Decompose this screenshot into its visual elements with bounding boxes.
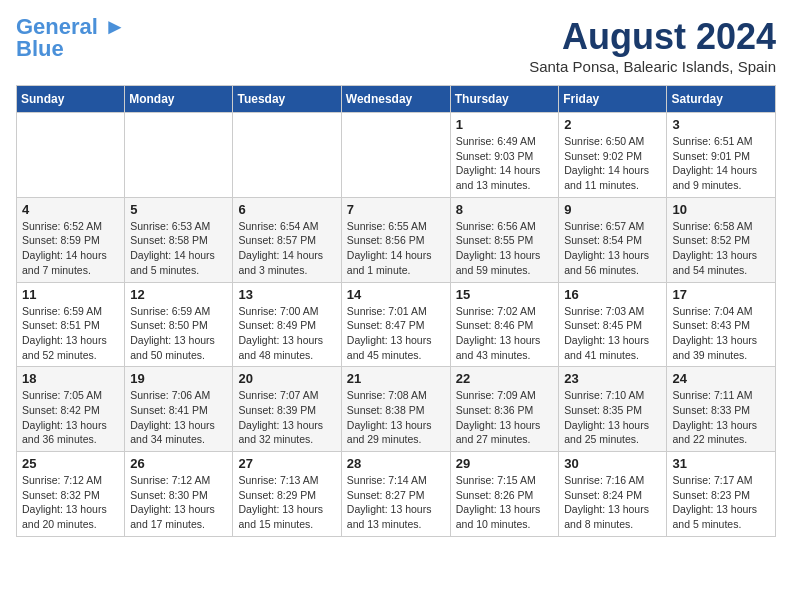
calendar-cell: 30Sunrise: 7:16 AMSunset: 8:24 PMDayligh… (559, 452, 667, 537)
weekday-header: Saturday (667, 86, 776, 113)
weekday-header: Monday (125, 86, 233, 113)
weekday-header: Wednesday (341, 86, 450, 113)
calendar-cell: 29Sunrise: 7:15 AMSunset: 8:26 PMDayligh… (450, 452, 559, 537)
day-info: Sunrise: 7:13 AMSunset: 8:29 PMDaylight:… (238, 473, 335, 532)
calendar-cell: 14Sunrise: 7:01 AMSunset: 8:47 PMDayligh… (341, 282, 450, 367)
day-number: 11 (22, 287, 119, 302)
day-info: Sunrise: 7:16 AMSunset: 8:24 PMDaylight:… (564, 473, 661, 532)
calendar-cell: 19Sunrise: 7:06 AMSunset: 8:41 PMDayligh… (125, 367, 233, 452)
day-number: 23 (564, 371, 661, 386)
calendar-cell: 3Sunrise: 6:51 AMSunset: 9:01 PMDaylight… (667, 113, 776, 198)
calendar-cell: 17Sunrise: 7:04 AMSunset: 8:43 PMDayligh… (667, 282, 776, 367)
day-number: 20 (238, 371, 335, 386)
day-info: Sunrise: 6:51 AMSunset: 9:01 PMDaylight:… (672, 134, 770, 193)
day-info: Sunrise: 6:56 AMSunset: 8:55 PMDaylight:… (456, 219, 554, 278)
day-number: 18 (22, 371, 119, 386)
weekday-header-row: SundayMondayTuesdayWednesdayThursdayFrid… (17, 86, 776, 113)
calendar-cell: 18Sunrise: 7:05 AMSunset: 8:42 PMDayligh… (17, 367, 125, 452)
day-number: 24 (672, 371, 770, 386)
day-info: Sunrise: 7:17 AMSunset: 8:23 PMDaylight:… (672, 473, 770, 532)
calendar-cell: 25Sunrise: 7:12 AMSunset: 8:32 PMDayligh… (17, 452, 125, 537)
day-number: 21 (347, 371, 445, 386)
calendar-cell: 15Sunrise: 7:02 AMSunset: 8:46 PMDayligh… (450, 282, 559, 367)
day-number: 10 (672, 202, 770, 217)
day-number: 7 (347, 202, 445, 217)
day-number: 6 (238, 202, 335, 217)
day-info: Sunrise: 7:03 AMSunset: 8:45 PMDaylight:… (564, 304, 661, 363)
calendar-cell: 24Sunrise: 7:11 AMSunset: 8:33 PMDayligh… (667, 367, 776, 452)
day-info: Sunrise: 6:54 AMSunset: 8:57 PMDaylight:… (238, 219, 335, 278)
day-number: 5 (130, 202, 227, 217)
calendar-cell (17, 113, 125, 198)
day-info: Sunrise: 7:15 AMSunset: 8:26 PMDaylight:… (456, 473, 554, 532)
day-number: 3 (672, 117, 770, 132)
day-number: 8 (456, 202, 554, 217)
calendar-cell: 7Sunrise: 6:55 AMSunset: 8:56 PMDaylight… (341, 197, 450, 282)
day-number: 12 (130, 287, 227, 302)
day-info: Sunrise: 7:02 AMSunset: 8:46 PMDaylight:… (456, 304, 554, 363)
day-info: Sunrise: 6:49 AMSunset: 9:03 PMDaylight:… (456, 134, 554, 193)
calendar-cell: 27Sunrise: 7:13 AMSunset: 8:29 PMDayligh… (233, 452, 341, 537)
day-info: Sunrise: 7:01 AMSunset: 8:47 PMDaylight:… (347, 304, 445, 363)
calendar-cell (341, 113, 450, 198)
day-number: 27 (238, 456, 335, 471)
calendar-cell: 21Sunrise: 7:08 AMSunset: 8:38 PMDayligh… (341, 367, 450, 452)
day-info: Sunrise: 7:04 AMSunset: 8:43 PMDaylight:… (672, 304, 770, 363)
calendar-week-row: 25Sunrise: 7:12 AMSunset: 8:32 PMDayligh… (17, 452, 776, 537)
calendar-week-row: 4Sunrise: 6:52 AMSunset: 8:59 PMDaylight… (17, 197, 776, 282)
day-info: Sunrise: 6:57 AMSunset: 8:54 PMDaylight:… (564, 219, 661, 278)
day-number: 1 (456, 117, 554, 132)
day-number: 28 (347, 456, 445, 471)
calendar-cell: 23Sunrise: 7:10 AMSunset: 8:35 PMDayligh… (559, 367, 667, 452)
subtitle: Santa Ponsa, Balearic Islands, Spain (529, 58, 776, 75)
day-number: 26 (130, 456, 227, 471)
day-number: 22 (456, 371, 554, 386)
calendar-week-row: 1Sunrise: 6:49 AMSunset: 9:03 PMDaylight… (17, 113, 776, 198)
day-number: 19 (130, 371, 227, 386)
day-number: 14 (347, 287, 445, 302)
calendar-week-row: 11Sunrise: 6:59 AMSunset: 8:51 PMDayligh… (17, 282, 776, 367)
calendar-cell: 22Sunrise: 7:09 AMSunset: 8:36 PMDayligh… (450, 367, 559, 452)
calendar-cell: 4Sunrise: 6:52 AMSunset: 8:59 PMDaylight… (17, 197, 125, 282)
day-info: Sunrise: 7:07 AMSunset: 8:39 PMDaylight:… (238, 388, 335, 447)
day-number: 4 (22, 202, 119, 217)
calendar-cell (125, 113, 233, 198)
logo: General ► Blue (16, 16, 126, 60)
calendar-cell: 12Sunrise: 6:59 AMSunset: 8:50 PMDayligh… (125, 282, 233, 367)
day-info: Sunrise: 7:11 AMSunset: 8:33 PMDaylight:… (672, 388, 770, 447)
weekday-header: Friday (559, 86, 667, 113)
calendar-cell: 13Sunrise: 7:00 AMSunset: 8:49 PMDayligh… (233, 282, 341, 367)
month-title: August 2024 (529, 16, 776, 58)
day-info: Sunrise: 7:14 AMSunset: 8:27 PMDaylight:… (347, 473, 445, 532)
calendar-week-row: 18Sunrise: 7:05 AMSunset: 8:42 PMDayligh… (17, 367, 776, 452)
day-info: Sunrise: 6:55 AMSunset: 8:56 PMDaylight:… (347, 219, 445, 278)
day-info: Sunrise: 6:52 AMSunset: 8:59 PMDaylight:… (22, 219, 119, 278)
day-number: 15 (456, 287, 554, 302)
day-info: Sunrise: 6:50 AMSunset: 9:02 PMDaylight:… (564, 134, 661, 193)
day-number: 29 (456, 456, 554, 471)
day-number: 9 (564, 202, 661, 217)
day-info: Sunrise: 7:06 AMSunset: 8:41 PMDaylight:… (130, 388, 227, 447)
calendar-cell: 10Sunrise: 6:58 AMSunset: 8:52 PMDayligh… (667, 197, 776, 282)
day-info: Sunrise: 7:08 AMSunset: 8:38 PMDaylight:… (347, 388, 445, 447)
calendar-cell: 2Sunrise: 6:50 AMSunset: 9:02 PMDaylight… (559, 113, 667, 198)
day-info: Sunrise: 7:12 AMSunset: 8:30 PMDaylight:… (130, 473, 227, 532)
day-info: Sunrise: 6:59 AMSunset: 8:51 PMDaylight:… (22, 304, 119, 363)
day-number: 16 (564, 287, 661, 302)
day-number: 30 (564, 456, 661, 471)
day-info: Sunrise: 7:09 AMSunset: 8:36 PMDaylight:… (456, 388, 554, 447)
day-number: 17 (672, 287, 770, 302)
title-area: August 2024 Santa Ponsa, Balearic Island… (529, 16, 776, 75)
day-info: Sunrise: 7:05 AMSunset: 8:42 PMDaylight:… (22, 388, 119, 447)
day-info: Sunrise: 6:59 AMSunset: 8:50 PMDaylight:… (130, 304, 227, 363)
calendar-cell: 28Sunrise: 7:14 AMSunset: 8:27 PMDayligh… (341, 452, 450, 537)
logo-text: General ► (16, 16, 126, 38)
header: General ► Blue August 2024 Santa Ponsa, … (16, 16, 776, 75)
calendar-table: SundayMondayTuesdayWednesdayThursdayFrid… (16, 85, 776, 537)
weekday-header: Tuesday (233, 86, 341, 113)
day-info: Sunrise: 7:10 AMSunset: 8:35 PMDaylight:… (564, 388, 661, 447)
calendar-cell (233, 113, 341, 198)
calendar-cell: 11Sunrise: 6:59 AMSunset: 8:51 PMDayligh… (17, 282, 125, 367)
weekday-header: Thursday (450, 86, 559, 113)
day-info: Sunrise: 6:53 AMSunset: 8:58 PMDaylight:… (130, 219, 227, 278)
